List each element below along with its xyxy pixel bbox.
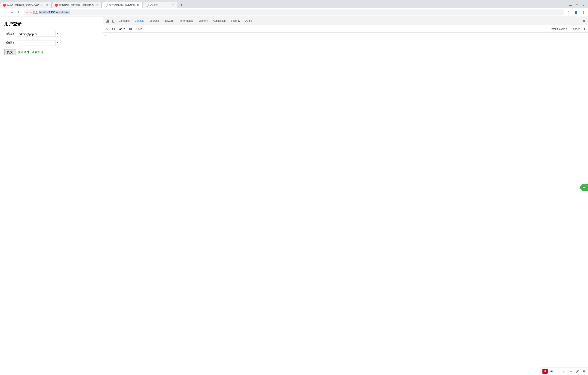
console-clear-button[interactable] xyxy=(104,26,110,32)
svg-point-11 xyxy=(130,29,131,30)
devtab-security[interactable]: Security xyxy=(228,17,243,25)
forward-button[interactable]: → xyxy=(9,10,15,15)
tab-close-4[interactable]: ✕ xyxy=(171,3,175,7)
devtab-performance[interactable]: Performance xyxy=(176,17,196,25)
svg-rect-3 xyxy=(107,21,108,22)
tab-favicon-2 xyxy=(55,4,58,7)
svg-rect-1 xyxy=(107,20,108,21)
devtools-close-button[interactable]: ✕ xyxy=(581,18,587,24)
maximize-button[interactable]: ☐ xyxy=(574,3,580,8)
svg-rect-2 xyxy=(106,21,107,22)
email-label: 邮箱： xyxy=(4,32,15,36)
bookmark-button[interactable]: ☆ xyxy=(566,10,572,15)
address-bar: ← → ↻ ⚠ 不安全html.io/5.15/demo1.html ☆ 👤 ⋮ xyxy=(0,8,588,17)
tab-label-1: AJAX视频教程_免费AJAX教程在... xyxy=(7,3,44,7)
sougou-input-icon[interactable]: S xyxy=(542,369,548,374)
devtools-panel: Elements Console Sources Network Perform… xyxy=(103,17,588,375)
password-input[interactable] xyxy=(17,40,55,46)
url-text-value: html.io/5.15/demo1.html xyxy=(39,11,70,14)
svg-rect-0 xyxy=(106,20,107,21)
console-context-selector[interactable]: top ▼ xyxy=(117,27,127,32)
pen-button[interactable]: ✏ xyxy=(568,369,573,374)
devtools-header: Elements Console Sources Network Perform… xyxy=(103,17,588,25)
password-row: 密码： * xyxy=(4,40,99,46)
secure-warning-text: 不安全 xyxy=(30,11,38,14)
tab-close-3[interactable]: ✕ xyxy=(136,3,140,7)
console-content: › xyxy=(103,33,588,375)
tab-label-4: 选项卡 xyxy=(150,3,170,7)
tab-close-1[interactable]: ✕ xyxy=(45,3,49,7)
tab-favicon-3 xyxy=(105,4,108,7)
tab-close-2[interactable]: ✕ xyxy=(95,3,99,7)
tab-label-2: 博客配置-后台管理-Nick的博客 xyxy=(59,3,94,7)
new-tab-button[interactable]: + xyxy=(178,2,185,8)
security-label: 不安全html.io/5.15/demo1.html xyxy=(30,11,562,14)
devtab-elements[interactable]: Elements xyxy=(116,17,132,25)
security-warning-icon: ⚠ xyxy=(26,11,28,14)
account-button[interactable]: 👤 xyxy=(573,10,579,15)
main-area: 用户登录 邮箱： * 密码： * 提交 验证通过，正在跳转... xyxy=(0,17,588,375)
grid-button[interactable]: ⊞ xyxy=(581,369,586,374)
page-content: 用户登录 邮箱： * 密码： * 提交 验证通过，正在跳转... xyxy=(0,17,103,375)
devtab-application[interactable]: Application xyxy=(210,17,228,25)
submit-button[interactable]: 提交 xyxy=(4,49,15,55)
browser-window: AJAX视频教程_免费AJAX教程在... ✕ 博客配置-后台管理-Nick的博… xyxy=(0,0,588,375)
browser-tab-2[interactable]: 博客配置-后台管理-Nick的博客 ✕ xyxy=(52,2,102,8)
console-prompt[interactable]: › xyxy=(104,33,587,37)
emoji-button[interactable]: ☺ xyxy=(562,369,567,374)
back-button[interactable]: ← xyxy=(2,10,8,15)
email-required: * xyxy=(57,32,58,36)
close-button[interactable]: ✕ xyxy=(581,3,586,8)
browser-tab-3[interactable]: 使用Ajax验证表单数据 ✕ xyxy=(102,2,142,8)
mic-button[interactable]: 🎤 xyxy=(575,369,580,374)
taskbar: S 英 · ☺ ✏ 🎤 ⊞ xyxy=(541,367,588,375)
menu-button[interactable]: ⋮ xyxy=(580,10,586,15)
url-bar[interactable]: ⚠ 不安全html.io/5.15/demo1.html xyxy=(24,10,564,15)
svg-point-5 xyxy=(113,22,114,22)
console-levels-selector[interactable]: Default levels ▼ xyxy=(550,28,568,31)
submit-row: 提交 验证通过，正在跳转... xyxy=(4,49,99,55)
context-dropdown-icon: ▼ xyxy=(123,28,125,30)
devtools-header-right: ⋮ ✕ xyxy=(575,18,587,24)
svg-point-10 xyxy=(129,28,132,30)
svg-point-12 xyxy=(584,28,585,30)
devtools-mobile-button[interactable] xyxy=(110,18,116,24)
devtab-sources[interactable]: Sources xyxy=(147,17,161,25)
console-block-button[interactable] xyxy=(111,26,116,32)
refresh-button[interactable]: ↻ xyxy=(16,10,22,15)
devtab-memory[interactable]: Memory xyxy=(196,17,210,25)
form-message: 验证通过，正在跳转... xyxy=(18,50,46,54)
devtab-console[interactable]: Console xyxy=(132,17,147,25)
console-toolbar: top ▼ Default levels ▼ 1 hidden xyxy=(103,25,588,33)
devtools-inspect-button[interactable] xyxy=(104,18,110,24)
devtools-tabs: Elements Console Sources Network Perform… xyxy=(116,17,575,25)
lang-switch-button[interactable]: 英 xyxy=(549,369,554,374)
tab-favicon-4 xyxy=(146,4,149,7)
tab-bar: AJAX视频教程_免费AJAX教程在... ✕ 博客配置-后台管理-Nick的博… xyxy=(0,0,588,8)
floating-badge[interactable]: 58 xyxy=(580,184,588,191)
browser-tab-4[interactable]: 选项卡 ✕ xyxy=(143,2,177,8)
devtab-audits[interactable]: Audits xyxy=(243,17,255,25)
console-context-label: top xyxy=(119,28,122,31)
svg-line-7 xyxy=(107,28,108,30)
console-eye-button[interactable] xyxy=(128,26,133,32)
console-filter-input[interactable] xyxy=(134,27,549,32)
console-hidden-count: 1 hidden xyxy=(570,28,580,31)
browser-tab-1[interactable]: AJAX视频教程_免费AJAX教程在... ✕ xyxy=(0,2,52,8)
levels-dropdown-icon: ▼ xyxy=(566,28,568,30)
email-row: 邮箱： * xyxy=(4,31,99,37)
email-input[interactable] xyxy=(17,31,55,37)
password-label: 密码： xyxy=(4,41,15,45)
console-settings-button[interactable] xyxy=(582,26,587,32)
tab-favicon-1 xyxy=(3,4,6,7)
devtools-more-button[interactable]: ⋮ xyxy=(575,18,581,24)
console-levels-label: Default levels xyxy=(550,28,565,31)
page-title: 用户登录 xyxy=(4,21,99,27)
password-required: * xyxy=(57,41,58,45)
devtab-network[interactable]: Network xyxy=(161,17,176,25)
tab-label-3: 使用Ajax验证表单数据 xyxy=(109,3,135,7)
minimize-button[interactable]: — xyxy=(568,3,573,8)
window-controls: — ☐ ✕ xyxy=(568,3,588,8)
punct-button[interactable]: · xyxy=(555,369,560,374)
